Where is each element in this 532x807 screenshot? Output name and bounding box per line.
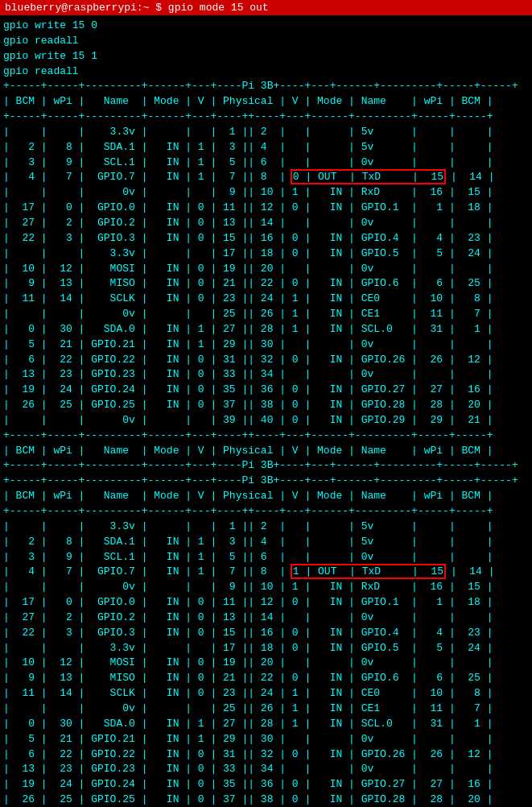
highlight-box-2: 1 | OUT | TxD | 15: [292, 565, 444, 577]
line-1: gpio write 15 0 gpio readall gpio write …: [3, 19, 518, 807]
terminal-window: blueberry@raspberrypi:~ $ gpio mode 15 o…: [0, 0, 532, 807]
highlight-box-1: 0 | OUT | TxD | 15: [292, 171, 444, 183]
title-bar: blueberry@raspberrypi:~ $ gpio mode 15 o…: [0, 0, 532, 15]
terminal-content[interactable]: gpio write 15 0 gpio readall gpio write …: [0, 15, 532, 807]
title-text: blueberry@raspberrypi:~ $ gpio mode 15 o…: [5, 2, 269, 14]
